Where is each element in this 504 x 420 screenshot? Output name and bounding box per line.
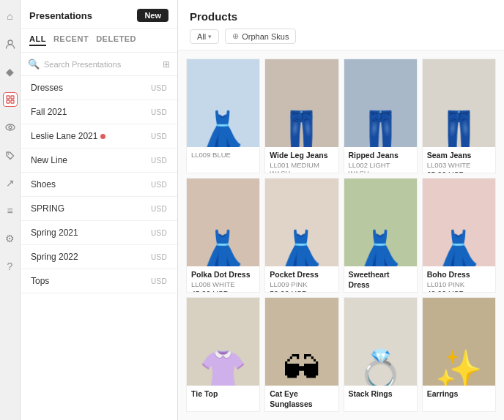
- home-icon[interactable]: ⌂: [3, 9, 18, 23]
- new-presentation-button[interactable]: New: [137, 9, 168, 22]
- svg-point-5: [6, 124, 15, 130]
- sidebar-title: Presentations: [29, 10, 92, 21]
- svg-rect-2: [11, 96, 14, 99]
- sidebar-item[interactable]: New Line USD: [21, 149, 177, 173]
- user-icon[interactable]: [3, 37, 18, 51]
- svg-point-7: [8, 153, 10, 154]
- product-image: ✨: [423, 298, 495, 386]
- search-input[interactable]: [44, 60, 158, 69]
- sidebar-item-name: Fall 2021: [31, 107, 67, 117]
- product-image: 👖: [423, 59, 495, 147]
- product-name: Pocket Dress: [270, 270, 333, 280]
- list-icon[interactable]: ≡: [3, 203, 18, 218]
- product-card[interactable]: 🕶 Cat Eye Sunglasses: [264, 297, 338, 412]
- eye-icon[interactable]: [3, 120, 18, 135]
- product-image: 👗: [423, 179, 495, 266]
- product-image: 👗: [187, 59, 259, 147]
- product-card[interactable]: 👖 Seam Jeans LL003 WHITE 25.00 USD 570 ♦: [422, 59, 496, 173]
- settings-icon[interactable]: ⚙: [3, 231, 18, 246]
- tab-deleted[interactable]: DELETED: [96, 34, 136, 46]
- sidebar-item-currency: USD: [151, 157, 167, 165]
- status-badge: [100, 134, 105, 139]
- share-icon[interactable]: ↗: [3, 176, 18, 190]
- product-info: Pocket Dress LL009 PINK 50.00 USD: [265, 266, 338, 293]
- sidebar-item[interactable]: SPRING USD: [21, 197, 177, 221]
- product-name: Ripped Jeans: [349, 151, 412, 161]
- svg-point-0: [8, 40, 12, 45]
- all-filter-button[interactable]: All ▾: [190, 29, 219, 44]
- product-card[interactable]: 👗 Sweetheart Dress LL009 GREEN 45.00 USD…: [344, 178, 418, 293]
- product-info: Boho Dress LL010 PINK 40.00 USD: [423, 266, 495, 293]
- product-sku: LL008 WHITE: [191, 280, 255, 288]
- help-icon[interactable]: ?: [3, 259, 18, 274]
- product-emoji: 👗: [199, 112, 247, 147]
- search-bar: 🔍 ⊞: [21, 53, 177, 76]
- product-emoji: 👗: [435, 231, 483, 266]
- product-card[interactable]: ✨ Earrings: [422, 297, 496, 412]
- product-info: Cat Eye Sunglasses: [265, 386, 338, 412]
- product-info: Stack Rings: [344, 386, 417, 403]
- sidebar-item-name: Spring 2021: [31, 228, 78, 238]
- tag-icon[interactable]: [3, 148, 18, 162]
- product-card[interactable]: 👗 LL009 BLUE: [186, 59, 260, 173]
- product-card[interactable]: 👗 Polka Dot Dress LL008 WHITE 45.00 USD …: [186, 178, 260, 293]
- product-info: Seam Jeans LL003 WHITE 25.00 USD: [423, 147, 495, 173]
- svg-rect-3: [7, 100, 10, 103]
- sidebar-item-currency: USD: [151, 181, 167, 189]
- sidebar-item-currency: USD: [151, 132, 167, 140]
- product-name: Seam Jeans: [427, 151, 491, 161]
- search-icon: 🔍: [28, 59, 40, 70]
- sidebar-list: Dresses USD Fall 2021 USD Leslie Lane 20…: [21, 76, 177, 420]
- product-card[interactable]: 💍 Stack Rings: [344, 297, 418, 412]
- product-name: Wide Leg Jeans: [270, 151, 333, 161]
- product-image: 👗: [344, 179, 417, 266]
- product-image: 💍: [344, 298, 417, 386]
- orphan-icon: ⊕: [232, 31, 239, 41]
- sidebar-item[interactable]: Tops USD: [21, 269, 177, 293]
- product-info: Sweetheart Dress LL009 GREEN 45.00 USD: [344, 266, 417, 293]
- product-name: Stack Rings: [349, 389, 412, 400]
- product-sku: LL003 WHITE: [427, 161, 491, 169]
- diamond-icon[interactable]: ◆: [3, 64, 18, 79]
- svg-rect-4: [11, 100, 14, 103]
- sidebar-item[interactable]: Fall 2021 USD: [21, 100, 177, 124]
- product-sku: LL010 PINK: [427, 280, 491, 288]
- product-emoji: ✨: [435, 350, 483, 386]
- product-emoji: 👚: [199, 350, 247, 386]
- product-name: Cat Eye Sunglasses: [270, 389, 333, 409]
- sidebar-item-currency: USD: [151, 108, 167, 116]
- sidebar-item-name: Shoes: [31, 179, 56, 190]
- product-emoji: 💍: [357, 350, 404, 386]
- product-price: 25.00 USD: [427, 170, 491, 173]
- product-name: Sweetheart Dress: [349, 270, 412, 290]
- sidebar-item[interactable]: Spring 2021 USD: [21, 221, 177, 245]
- sidebar-item[interactable]: Leslie Lane 2021 USD: [21, 124, 177, 149]
- product-sku: LL001 MEDIUM WASH: [270, 161, 333, 173]
- filter-icon[interactable]: ⊞: [163, 59, 170, 70]
- product-emoji: 👗: [199, 231, 247, 266]
- orphan-skus-button[interactable]: ⊕ Orphan Skus: [225, 29, 296, 44]
- sidebar-item[interactable]: Dresses USD: [21, 76, 177, 100]
- grid-icon[interactable]: [3, 92, 18, 107]
- page-title: Products: [190, 10, 492, 23]
- orphan-label: Orphan Skus: [242, 32, 289, 41]
- filter-bar: All ▾ ⊕ Orphan Skus: [190, 29, 492, 44]
- tab-all[interactable]: ALL: [29, 34, 46, 46]
- product-image: 👖: [344, 59, 417, 147]
- sidebar-item[interactable]: Shoes USD: [21, 173, 177, 197]
- tab-recent[interactable]: RECENT: [53, 34, 89, 46]
- product-image: 👗: [187, 179, 259, 266]
- product-emoji: 👗: [278, 231, 325, 266]
- product-card[interactable]: 👖 Ripped Jeans LL002 LIGHT WASH 35.00 US…: [344, 59, 418, 173]
- product-info: Tie Top: [187, 386, 259, 403]
- sidebar-item-name: Tops: [31, 276, 49, 286]
- product-name: Tie Top: [191, 389, 255, 400]
- sidebar-item-currency: USD: [151, 229, 167, 237]
- product-card[interactable]: 👚 Tie Top: [186, 297, 260, 412]
- products-grid: 👗 LL009 BLUE 👖 Wide Leg Jeans LL001 MEDI…: [178, 50, 504, 420]
- sidebar-item[interactable]: Spring 2022 USD: [21, 245, 177, 269]
- product-card[interactable]: 👗 Pocket Dress LL009 PINK 50.00 USD 575 …: [264, 178, 338, 293]
- main-content: Products All ▾ ⊕ Orphan Skus 👗 LL009 BLU…: [178, 0, 504, 420]
- product-card[interactable]: 👖 Wide Leg Jeans LL001 MEDIUM WASH 30.00…: [264, 59, 338, 173]
- product-card[interactable]: 👗 Boho Dress LL010 PINK 40.00 USD 95 ♦: [422, 178, 496, 293]
